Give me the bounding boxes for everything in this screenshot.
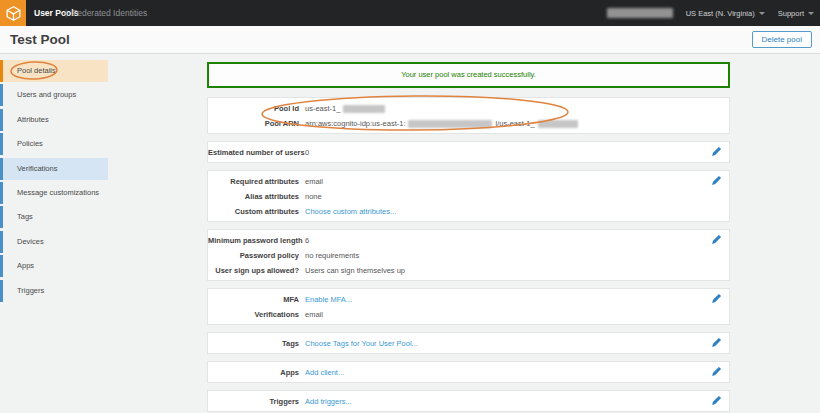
field-label: Custom attributes bbox=[208, 204, 299, 219]
edit-pencil-icon[interactable] bbox=[711, 395, 722, 406]
section-password-policy: Minimum password length6Password policyn… bbox=[207, 229, 730, 281]
field-row: Custom attributesChoose custom attribute… bbox=[208, 204, 729, 219]
sidebar-item-strip bbox=[0, 255, 3, 277]
enable-mfa-link[interactable]: Enable MFA... bbox=[305, 295, 352, 304]
field-label: Required attributes bbox=[208, 174, 299, 189]
sidebar-item-message-customizations[interactable]: Message customizations bbox=[0, 182, 130, 204]
choose-tags-for-your-user-pool-link[interactable]: Choose Tags for Your User Pool... bbox=[305, 339, 418, 348]
account-name-redacted[interactable] bbox=[607, 8, 673, 18]
region-label: US East (N. Virginia) bbox=[686, 9, 755, 18]
field-label: Apps bbox=[208, 365, 299, 380]
sidebar-item-label: Verifications bbox=[17, 158, 57, 180]
edit-pencil-icon[interactable] bbox=[711, 293, 722, 304]
redacted-text bbox=[538, 120, 578, 128]
section-triggers: TriggersAdd triggers... bbox=[207, 390, 730, 412]
section-apps: AppsAdd client... bbox=[207, 361, 730, 383]
sidebar-item-triggers[interactable]: Triggers bbox=[0, 280, 130, 302]
sidebar-item-label: Devices bbox=[17, 231, 44, 253]
field-label: Pool Id bbox=[208, 101, 299, 116]
choose-custom-attributes-link[interactable]: Choose custom attributes... bbox=[305, 207, 396, 216]
field-text: us-east-1_ bbox=[305, 104, 340, 113]
field-value: email bbox=[305, 174, 323, 189]
sidebar-item-devices[interactable]: Devices bbox=[0, 231, 130, 253]
sidebar-item-strip bbox=[0, 182, 3, 204]
field-label: Pool ARN bbox=[208, 116, 299, 131]
field-label: Estimated number of users bbox=[208, 145, 299, 160]
field-value: no requirements bbox=[305, 248, 359, 263]
support-label: Support bbox=[778, 9, 804, 18]
sidebar-item-strip bbox=[0, 206, 3, 228]
sidebar-item-strip bbox=[0, 280, 3, 302]
field-label: Tags bbox=[208, 336, 299, 351]
sidebar-item-label: Tags bbox=[17, 206, 33, 228]
field-text: none bbox=[305, 192, 322, 201]
sidebar-item-tags[interactable]: Tags bbox=[0, 206, 130, 228]
field-row: Estimated number of users0 bbox=[208, 145, 729, 160]
sidebar-item-label: Triggers bbox=[17, 280, 44, 302]
field-text: l/us-east-1_ bbox=[495, 119, 534, 128]
field-row: Verificationsemail bbox=[208, 307, 729, 322]
field-label: MFA bbox=[208, 292, 299, 307]
sidebar: Pool detailsUsers and groupsAttributesPo… bbox=[0, 60, 130, 304]
field-text: email bbox=[305, 310, 323, 319]
edit-pencil-icon[interactable] bbox=[711, 337, 722, 348]
field-text: email bbox=[305, 177, 323, 186]
field-text: 6 bbox=[305, 236, 309, 245]
sidebar-item-policies[interactable]: Policies bbox=[0, 133, 130, 155]
section-tags: TagsChoose Tags for Your User Pool... bbox=[207, 332, 730, 354]
aws-logo[interactable] bbox=[0, 0, 26, 26]
edit-pencil-icon[interactable] bbox=[711, 234, 722, 245]
field-value: none bbox=[305, 189, 322, 204]
delete-pool-button[interactable]: Delete pool bbox=[752, 31, 812, 48]
page-header: Test Pool Delete pool bbox=[0, 26, 820, 54]
sidebar-item-attributes[interactable]: Attributes bbox=[0, 109, 130, 131]
sidebar-item-label: Policies bbox=[17, 133, 43, 155]
redacted-text bbox=[343, 105, 385, 113]
field-value: Users can sign themselves up bbox=[305, 263, 405, 278]
sidebar-item-strip bbox=[0, 84, 3, 106]
page-title: Test Pool bbox=[10, 32, 70, 47]
sidebar-item-verifications[interactable]: Verifications bbox=[0, 158, 108, 180]
field-label: Alias attributes bbox=[208, 189, 299, 204]
field-label: Password policy bbox=[208, 248, 299, 263]
success-message: Your user pool was created successfully. bbox=[401, 70, 536, 79]
sidebar-item-strip bbox=[0, 109, 3, 131]
edit-pencil-icon[interactable] bbox=[711, 146, 722, 157]
sidebar-item-pool-details[interactable]: Pool details bbox=[0, 60, 108, 82]
section-attributes: Required attributesemailAlias attributes… bbox=[207, 170, 730, 222]
field-row: Password policyno requirements bbox=[208, 248, 729, 263]
sidebar-item-strip bbox=[0, 231, 3, 253]
field-label: Triggers bbox=[208, 394, 299, 409]
sidebar-item-strip bbox=[0, 60, 3, 82]
field-value: Choose Tags for Your User Pool... bbox=[305, 336, 418, 351]
edit-pencil-icon[interactable] bbox=[711, 175, 722, 186]
field-text: 0 bbox=[305, 148, 309, 157]
field-row: TriggersAdd triggers... bbox=[208, 394, 729, 409]
redacted-text bbox=[408, 120, 492, 128]
success-banner: Your user pool was created successfully. bbox=[207, 62, 730, 88]
add-triggers-link[interactable]: Add triggers... bbox=[305, 397, 352, 406]
sidebar-item-label: Attributes bbox=[17, 109, 49, 131]
add-client-link[interactable]: Add client... bbox=[305, 368, 344, 377]
field-value: arn:aws:cognito-idp:us-east-1:l/us-east-… bbox=[305, 116, 581, 131]
field-value: us-east-1_ bbox=[305, 101, 388, 116]
main-content: Your user pool was created successfully.… bbox=[207, 62, 730, 413]
section-mfa-verifications: MFAEnable MFA...Verificationsemail bbox=[207, 288, 730, 325]
field-row: Pool Idus-east-1_ bbox=[208, 101, 729, 116]
field-row: AppsAdd client... bbox=[208, 365, 729, 380]
field-value: 6 bbox=[305, 233, 309, 248]
nav-federated-identities[interactable]: Federated Identities bbox=[72, 0, 147, 26]
sidebar-item-apps[interactable]: Apps bbox=[0, 255, 130, 277]
region-selector[interactable]: US East (N. Virginia) bbox=[686, 9, 765, 18]
nav-separator: | bbox=[65, 0, 67, 26]
section-estimated-users: Estimated number of users0 bbox=[207, 141, 730, 163]
caret-down-icon bbox=[808, 12, 814, 15]
field-value: Add client... bbox=[305, 365, 344, 380]
field-row: Required attributesemail bbox=[208, 174, 729, 189]
support-menu[interactable]: Support bbox=[778, 9, 814, 18]
field-label: User sign ups allowed? bbox=[208, 263, 299, 278]
field-value: Choose custom attributes... bbox=[305, 204, 396, 219]
sidebar-item-users-and-groups[interactable]: Users and groups bbox=[0, 84, 130, 106]
field-row: Minimum password length6 bbox=[208, 233, 729, 248]
edit-pencil-icon[interactable] bbox=[711, 366, 722, 377]
